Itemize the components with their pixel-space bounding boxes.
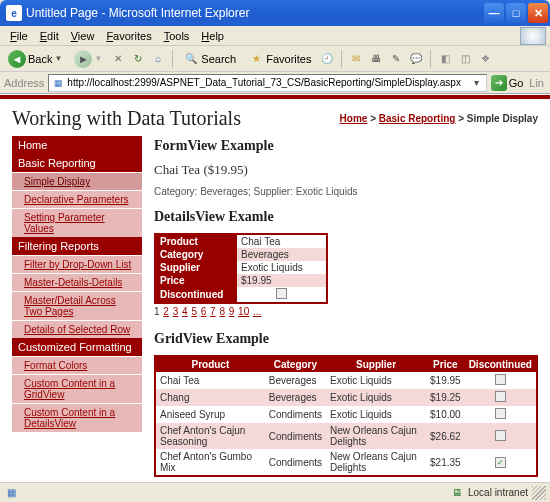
dv-value: Beverages	[237, 248, 327, 261]
content-viewport[interactable]: Working with Data Tutorials Home > Basic…	[0, 94, 550, 482]
dv-value	[237, 287, 327, 303]
sidebar-nav: HomeBasic ReportingSimple DisplayDeclara…	[12, 136, 142, 477]
menu-file[interactable]: File	[4, 28, 34, 44]
table-row: Chef Anton's Cajun SeasoningCondimentsNe…	[155, 423, 537, 449]
extra-button-3[interactable]: ❖	[477, 51, 493, 67]
formview-heading: FormView Example	[154, 138, 538, 154]
menu-tools[interactable]: Tools	[158, 28, 196, 44]
minimize-button[interactable]: ―	[484, 3, 504, 23]
zone-icon: 🖥	[450, 486, 464, 500]
address-input[interactable]	[67, 77, 469, 88]
checkbox-icon	[495, 374, 506, 385]
gv-cell: Aniseed Syrup	[155, 406, 265, 423]
menu-favorites[interactable]: Favorites	[100, 28, 157, 44]
done-icon: ▦	[4, 486, 18, 500]
menu-edit[interactable]: Edit	[34, 28, 65, 44]
checkbox-icon: ✓	[495, 457, 506, 468]
maximize-button[interactable]: □	[506, 3, 526, 23]
gv-cell: New Orleans Cajun Delights	[326, 423, 426, 449]
pager-link[interactable]: 6	[201, 306, 207, 317]
nav-item[interactable]: Declarative Parameters	[12, 190, 142, 208]
menu-help[interactable]: Help	[195, 28, 230, 44]
separator	[172, 50, 173, 68]
gv-cell: Chef Anton's Gumbo Mix	[155, 449, 265, 476]
formview-name: Chai Tea ($19.95)	[154, 162, 538, 178]
gv-header[interactable]: Price	[426, 356, 465, 372]
close-button[interactable]: ✕	[528, 3, 548, 23]
page-title: Working with Data Tutorials	[12, 107, 241, 130]
dv-label: Discontinued	[155, 287, 237, 303]
gv-cell	[465, 406, 537, 423]
gv-cell	[465, 423, 537, 449]
gv-cell: $21.35	[426, 449, 465, 476]
gv-cell: Condiments	[265, 423, 326, 449]
gv-cell: Chef Anton's Cajun Seasoning	[155, 423, 265, 449]
breadcrumb-section[interactable]: Basic Reporting	[379, 113, 456, 124]
chevron-down-icon[interactable]: ▾	[470, 77, 484, 88]
detailsview-heading: DetailsView Examle	[154, 209, 538, 225]
stop-button[interactable]: ✕	[110, 51, 126, 67]
extra-button-1[interactable]: ◧	[437, 51, 453, 67]
print-button[interactable]: 🖶	[368, 51, 384, 67]
nav-item[interactable]: Format Colors	[12, 356, 142, 374]
gv-header[interactable]: Supplier	[326, 356, 426, 372]
separator	[341, 50, 342, 68]
table-row: ChangBeveragesExotic Liquids$19.25	[155, 389, 537, 406]
history-button[interactable]: 🕘	[319, 51, 335, 67]
menu-view[interactable]: View	[65, 28, 101, 44]
favorites-button[interactable]: ★ Favorites	[244, 49, 315, 69]
pager-link[interactable]: 2	[163, 306, 169, 317]
pager-link[interactable]: 8	[219, 306, 225, 317]
ie-icon: e	[6, 5, 22, 21]
pager-link[interactable]: 9	[229, 306, 235, 317]
pager-link[interactable]: 4	[182, 306, 188, 317]
nav-header[interactable]: Customized Formatting	[12, 338, 142, 356]
gv-header[interactable]: Category	[265, 356, 326, 372]
nav-item[interactable]: Setting Parameter Values	[12, 208, 142, 237]
refresh-button[interactable]: ↻	[130, 51, 146, 67]
edit-button[interactable]: ✎	[388, 51, 404, 67]
gv-header[interactable]: Discontinued	[465, 356, 537, 372]
gv-cell: Exotic Liquids	[326, 389, 426, 406]
resize-grip-icon[interactable]	[532, 486, 546, 500]
window-title: Untitled Page - Microsoft Internet Explo…	[26, 6, 484, 20]
gv-cell	[465, 389, 537, 406]
gv-header[interactable]: Product	[155, 356, 265, 372]
mail-button[interactable]: ✉	[348, 51, 364, 67]
back-arrow-icon: ◄	[8, 50, 26, 68]
discuss-button[interactable]: 💬	[408, 51, 424, 67]
breadcrumb-home[interactable]: Home	[340, 113, 368, 124]
pager-link[interactable]: 7	[210, 306, 216, 317]
status-bar: ▦ 🖥 Local intranet	[0, 482, 550, 502]
nav-header[interactable]: Home	[12, 136, 142, 154]
nav-header[interactable]: Filtering Reports	[12, 237, 142, 255]
detailsview-pager: 1 2 3 4 5 6 7 8 9 10 ...	[154, 306, 538, 317]
nav-item[interactable]: Custom Content in a DetailsView	[12, 403, 142, 432]
nav-header[interactable]: Basic Reporting	[12, 154, 142, 172]
search-button[interactable]: 🔍 Search	[179, 49, 240, 69]
pager-link[interactable]: 3	[173, 306, 179, 317]
go-button[interactable]: ➔ Go	[491, 75, 524, 91]
nav-item[interactable]: Filter by Drop-Down List	[12, 255, 142, 273]
nav-item[interactable]: Custom Content in a GridView	[12, 374, 142, 403]
nav-item[interactable]: Master/Detail Across Two Pages	[12, 291, 142, 320]
nav-item[interactable]: Master-Details-Details	[12, 273, 142, 291]
dv-label: Price	[155, 274, 237, 287]
checkbox-icon	[276, 288, 287, 299]
address-box[interactable]: ▦ ▾	[48, 74, 486, 92]
gv-cell: Condiments	[265, 449, 326, 476]
nav-item[interactable]: Simple Display	[12, 172, 142, 190]
extra-button-2[interactable]: ◫	[457, 51, 473, 67]
pager-link[interactable]: ...	[253, 306, 261, 317]
forward-button[interactable]: ► ▼	[70, 48, 106, 70]
gv-cell: $26.62	[426, 423, 465, 449]
links-label[interactable]: Lin	[527, 77, 546, 89]
back-button[interactable]: ◄ Back ▼	[4, 48, 66, 70]
pager-link[interactable]: 5	[191, 306, 197, 317]
checkbox-icon	[495, 391, 506, 402]
home-button[interactable]: ⌂	[150, 51, 166, 67]
pager-link[interactable]: 10	[238, 306, 249, 317]
gv-cell: Exotic Liquids	[326, 406, 426, 423]
nav-item[interactable]: Details of Selected Row	[12, 320, 142, 338]
gv-cell: Chang	[155, 389, 265, 406]
